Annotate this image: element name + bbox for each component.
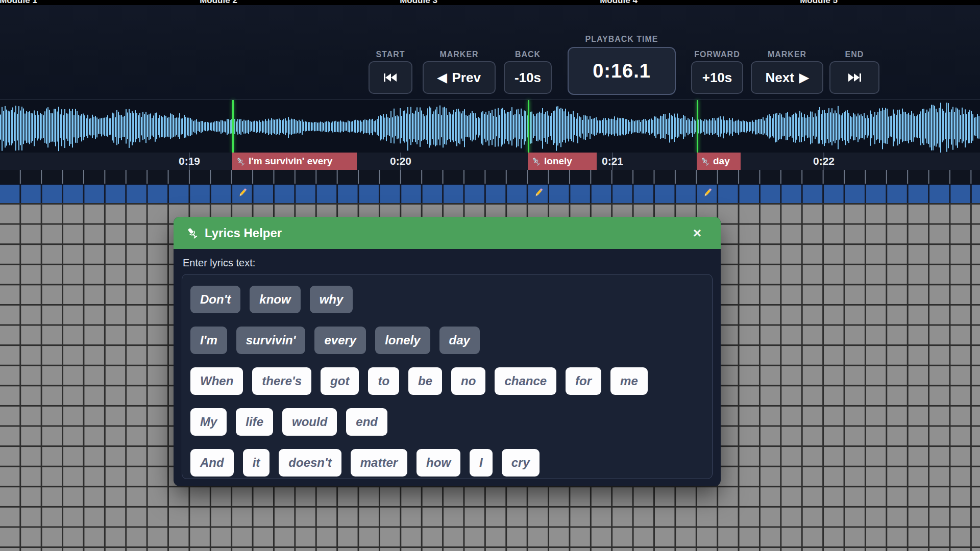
transport-header: START MARKER ◀ Prev BACK -10s PLAYBACK T… [0, 5, 980, 99]
word-chip[interactable]: there's [252, 367, 311, 395]
tick-strip [0, 170, 980, 184]
end-label: END [829, 50, 879, 59]
word-chip[interactable]: end [346, 408, 387, 436]
lyric-marker-text: I'm survivin' every [249, 156, 332, 167]
word-chip[interactable]: for [566, 367, 601, 395]
word-chip[interactable]: matter [351, 449, 407, 477]
lyrics-editor-app: Module 1Module 2Module 3Module 4Module 5… [0, 0, 980, 551]
word-chip[interactable]: life [236, 408, 273, 436]
word-chip[interactable]: how [416, 449, 460, 477]
close-icon[interactable]: × [693, 226, 701, 240]
playhead-marker-line[interactable] [528, 100, 529, 153]
word-chip[interactable]: me [610, 367, 648, 395]
microphone-icon [184, 224, 201, 241]
ruler-time-label: 0:22 [813, 153, 835, 170]
word-chip[interactable]: I'm [190, 327, 227, 354]
ruler-time-label: 0:19 [179, 153, 200, 170]
next-marker-label: MARKER [751, 50, 823, 59]
pencil-cell[interactable] [232, 187, 253, 198]
word-chip[interactable]: chance [495, 367, 556, 395]
skip-start-icon [382, 72, 399, 83]
lyrics-helper-body: Enter lyrics text: Don'tknowwhyI'msurviv… [174, 249, 721, 479]
back-10s-button[interactable]: -10s [504, 61, 552, 94]
lyric-marker[interactable]: I'm survivin' every [232, 153, 357, 170]
prev-button-text: Prev [452, 70, 481, 86]
word-chip[interactable]: lonely [375, 327, 430, 354]
pencil-cell[interactable] [528, 187, 549, 198]
lyric-line-row: Whenthere'sgottobenochanceforme [190, 367, 704, 395]
lyric-line-row: Mylifewouldend [190, 408, 704, 436]
back-button-text: -10s [514, 70, 541, 86]
word-chip[interactable]: no [451, 367, 485, 395]
lyric-marker[interactable]: day [697, 153, 741, 170]
playhead-marker-line[interactable] [697, 100, 698, 153]
word-chip[interactable]: day [439, 327, 480, 354]
word-chip[interactable]: Don't [190, 286, 240, 313]
back-label: BACK [504, 50, 552, 59]
word-chip[interactable]: why [310, 286, 353, 313]
pencil-icon [533, 187, 544, 198]
lyric-line-row: Don'tknowwhy [190, 286, 704, 313]
pencil-cell[interactable] [697, 187, 718, 198]
module-label[interactable]: Module 5 [800, 0, 838, 5]
module-label[interactable]: Module 1 [0, 0, 37, 5]
ruler-time-label: 0:21 [602, 153, 623, 170]
skip-to-start-button[interactable] [369, 61, 412, 94]
word-chip[interactable]: it [243, 449, 270, 477]
playback-time-value: 0:16.1 [593, 60, 651, 82]
word-chip[interactable]: I [470, 449, 493, 477]
module-label[interactable]: Module 3 [400, 0, 437, 5]
next-triangle-icon: ▶ [799, 71, 808, 84]
word-chip[interactable]: doesn't [279, 449, 341, 477]
module-label[interactable]: Module 2 [200, 0, 237, 5]
modal-title: Lyrics Helper [205, 226, 282, 240]
word-chip[interactable]: be [408, 367, 442, 395]
word-chip[interactable]: to [368, 367, 399, 395]
lyric-marker-text: day [713, 156, 730, 167]
lyric-line-row: Anditdoesn'tmatterhowIcry [190, 449, 704, 477]
playhead-marker-line[interactable] [232, 100, 234, 153]
ruler-time-label: 0:20 [390, 153, 411, 170]
enter-lyrics-prompt: Enter lyrics text: [183, 257, 714, 269]
microphone-icon [699, 155, 712, 167]
word-chip[interactable]: know [250, 286, 300, 313]
lyric-marker[interactable]: lonely [528, 153, 597, 170]
forward-label: FORWARD [691, 50, 743, 59]
start-label: START [369, 50, 412, 59]
prev-triangle-icon: ◀ [437, 71, 447, 84]
waveform-canvas[interactable] [0, 100, 980, 153]
module-bar: Module 1Module 2Module 3Module 4Module 5 [0, 0, 980, 5]
lyric-marker-text: lonely [544, 156, 572, 167]
word-chip[interactable]: got [321, 367, 359, 395]
word-chip[interactable]: would [282, 408, 337, 436]
forward-button-text: +10s [702, 70, 732, 86]
pencil-icon [237, 187, 248, 198]
lyrics-helper-header: Lyrics Helper × [174, 217, 721, 249]
timeline-ruler[interactable]: 0:190:200:210:22 I'm survivin' every lon… [0, 153, 980, 170]
word-chip[interactable]: survivin' [236, 327, 306, 354]
skip-end-icon [846, 72, 863, 83]
word-chip[interactable]: When [190, 367, 243, 395]
word-chip[interactable]: cry [502, 449, 540, 477]
prev-marker-button[interactable]: ◀ Prev [423, 61, 496, 94]
waveform-track[interactable] [0, 99, 980, 153]
forward-10s-button[interactable]: +10s [691, 61, 743, 94]
skip-to-end-button[interactable] [829, 61, 879, 94]
word-chip[interactable]: My [190, 408, 227, 436]
pencil-icon [702, 187, 713, 198]
microphone-icon [530, 155, 543, 167]
playback-time-display: 0:16.1 [568, 47, 676, 95]
next-button-text: Next [766, 70, 794, 86]
playback-time-label: PLAYBACK TIME [568, 35, 676, 44]
lyric-cell-track[interactable] [0, 184, 980, 203]
prev-marker-label: MARKER [423, 50, 496, 59]
next-marker-button[interactable]: Next ▶ [751, 61, 823, 94]
lyric-line-row: I'msurvivin'everylonelyday [190, 327, 704, 354]
lyrics-helper-modal: Lyrics Helper × Enter lyrics text: Don't… [174, 217, 721, 486]
lyrics-words-input[interactable]: Don'tknowwhyI'msurvivin'everylonelydayWh… [182, 274, 713, 479]
module-label[interactable]: Module 4 [600, 0, 638, 5]
word-chip[interactable]: And [190, 449, 234, 477]
word-chip[interactable]: every [314, 327, 366, 354]
microphone-icon [234, 155, 247, 167]
